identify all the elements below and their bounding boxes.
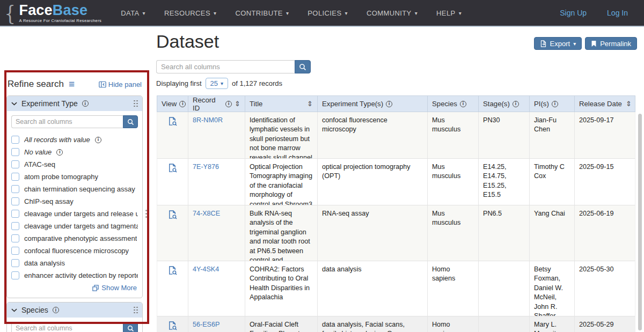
search-input[interactable] xyxy=(156,60,295,73)
info-icon[interactable]: i xyxy=(53,307,59,313)
facet-option[interactable]: ChIP-seq assay xyxy=(11,195,138,208)
nav-item-data[interactable]: DATA▾ xyxy=(121,9,145,17)
record-id-link[interactable]: 4Y-4SK4 xyxy=(193,265,219,273)
table-row: 7E-Y876 Optical Projection Tomography im… xyxy=(157,159,635,205)
sort-icon[interactable]: ⇕ xyxy=(307,100,313,108)
cell-release-date: 2025-05-29 xyxy=(575,316,635,332)
nav-item-policies[interactable]: POLICIES▾ xyxy=(308,9,348,17)
nav-item-community[interactable]: COMMUNITY▾ xyxy=(367,9,418,17)
drag-handle-icon[interactable] xyxy=(134,307,138,314)
facet-option[interactable]: cleavage under targets and release usin… xyxy=(11,208,138,220)
view-record-button[interactable] xyxy=(168,210,177,219)
show-more-icon xyxy=(92,285,99,291)
nav-item-resources[interactable]: RESOURCES▾ xyxy=(164,9,216,17)
drag-handle-icon[interactable] xyxy=(134,100,138,107)
facet-option-no-value[interactable]: No valuei xyxy=(11,146,138,158)
refine-search-panel: Refine search ≡ Hide panel Experiment Ty… xyxy=(5,71,144,332)
cell-title: Oral-Facial Cleft Families: Phenotype an… xyxy=(245,316,318,332)
facet-option[interactable]: data analysis xyxy=(11,257,138,269)
cell-title: COHRA2: Factors Contributing to Oral Hea… xyxy=(245,261,318,316)
facet-order-menu-icon[interactable]: ≡ xyxy=(69,80,75,88)
log-in-link[interactable]: Log In xyxy=(607,9,628,17)
cell-pis: Mary L. Marazita, Seth xyxy=(530,316,575,332)
record-id-link[interactable]: 8R-NM0R xyxy=(193,116,223,124)
view-record-button[interactable] xyxy=(168,321,177,330)
facet-species: Species i xyxy=(6,302,143,332)
checkbox[interactable] xyxy=(11,259,19,267)
checkbox[interactable] xyxy=(11,210,19,218)
sign-up-link[interactable]: Sign Up xyxy=(560,9,587,17)
facet-option[interactable]: confocal fluorescence microscopy xyxy=(11,245,138,257)
panel-resize-handle[interactable] xyxy=(145,210,147,211)
info-icon[interactable]: i xyxy=(56,149,63,156)
facet-species-header[interactable]: Species i xyxy=(7,303,142,318)
facet-option[interactable]: comparative phenotypic assessment xyxy=(11,232,138,245)
checkbox[interactable] xyxy=(11,173,19,181)
cell-release-date: 2025-06-19 xyxy=(575,205,635,261)
view-record-button[interactable] xyxy=(168,266,177,275)
permalink-button[interactable]: Permalink xyxy=(585,37,637,50)
nav-item-contribute[interactable]: CONTRIBUTE▾ xyxy=(235,9,289,17)
info-icon[interactable]: i xyxy=(386,101,392,107)
cell-species: Homo sapiens xyxy=(428,316,479,332)
facet-option[interactable]: cleavage under targets and tagmentatio… xyxy=(11,220,138,232)
checkbox[interactable] xyxy=(11,185,19,193)
hide-panel-button[interactable]: Hide panel xyxy=(99,80,142,88)
record-id-link[interactable]: 56-ES6P xyxy=(193,321,219,328)
record-id-link[interactable]: 7E-Y876 xyxy=(193,163,219,171)
facet-option[interactable]: chain termination sequencing assay xyxy=(11,183,138,195)
search-icon xyxy=(127,119,134,126)
caret-down-icon: ▾ xyxy=(573,41,576,47)
caret-down-icon: ▾ xyxy=(221,80,223,86)
facet-search-button[interactable] xyxy=(123,115,138,128)
show-more-button[interactable]: Show More xyxy=(11,282,138,295)
cell-species: Mus musculus xyxy=(428,159,479,205)
checkbox[interactable] xyxy=(11,148,19,156)
col-header-record-id[interactable]: Record IDi⇕ xyxy=(188,96,245,112)
search-icon xyxy=(299,63,306,71)
facebase-logo[interactable]: { FaceBase A Resource For Craniofacial R… xyxy=(3,2,101,24)
checkbox[interactable] xyxy=(11,160,19,168)
info-icon[interactable]: i xyxy=(513,101,519,107)
page-size-dropdown[interactable]: 25 ▾ xyxy=(206,78,229,89)
facet-search-input[interactable] xyxy=(11,322,123,332)
sort-icon[interactable]: ⇕ xyxy=(235,100,240,108)
facet-search-input[interactable] xyxy=(11,115,123,128)
info-icon[interactable]: i xyxy=(95,137,101,143)
facet-search-button[interactable] xyxy=(123,322,138,332)
facet-option-all-records[interactable]: All records with valuei xyxy=(11,134,138,146)
nav-item-help[interactable]: HELP▾ xyxy=(436,9,462,17)
search-button[interactable] xyxy=(295,60,311,73)
checkbox[interactable] xyxy=(11,247,19,255)
info-icon[interactable]: i xyxy=(82,100,89,107)
navbar: { FaceBase A Resource For Craniofacial R… xyxy=(0,0,644,27)
checkbox[interactable] xyxy=(11,234,19,242)
col-header-release-date[interactable]: Release Date⇕ xyxy=(575,96,635,112)
chevron-down-icon xyxy=(11,308,17,312)
facet-option[interactable]: ATAC-seq xyxy=(11,158,138,171)
info-icon[interactable]: i xyxy=(179,101,186,107)
cell-pis: Jian-Fu Chen xyxy=(530,112,575,158)
record-id-link[interactable]: 74-X8CE xyxy=(193,210,220,217)
facet-experiment-type-header[interactable]: Experiment Type i xyxy=(7,96,142,111)
facet-option[interactable]: atom probe tomography xyxy=(11,171,138,183)
vertical-scrollbar[interactable] xyxy=(638,114,642,330)
info-icon[interactable]: i xyxy=(225,101,232,107)
info-icon[interactable]: i xyxy=(552,101,558,107)
view-record-button[interactable] xyxy=(168,117,177,126)
sort-icon[interactable]: ⇕ xyxy=(626,100,632,108)
checkbox[interactable] xyxy=(11,197,19,205)
view-record-button[interactable] xyxy=(168,164,177,173)
checkbox[interactable] xyxy=(11,136,19,144)
col-header-title[interactable]: Title⇕ xyxy=(245,96,318,112)
cell-experiment-types: confocal fluorescence microscopy xyxy=(318,112,428,158)
checkbox[interactable] xyxy=(11,222,19,230)
facet-option[interactable]: enhancer activity detection by reporter … xyxy=(11,269,138,282)
view-record-icon xyxy=(168,210,177,219)
export-button[interactable]: Export ▾ xyxy=(534,37,582,50)
checkbox[interactable] xyxy=(11,271,19,279)
info-icon[interactable]: i xyxy=(460,101,466,107)
brand-tagline: A Resource For Craniofacial Researchers xyxy=(19,18,101,23)
cell-stages: PN6.5 xyxy=(479,205,530,261)
brace-logo-icon: { xyxy=(5,2,16,24)
